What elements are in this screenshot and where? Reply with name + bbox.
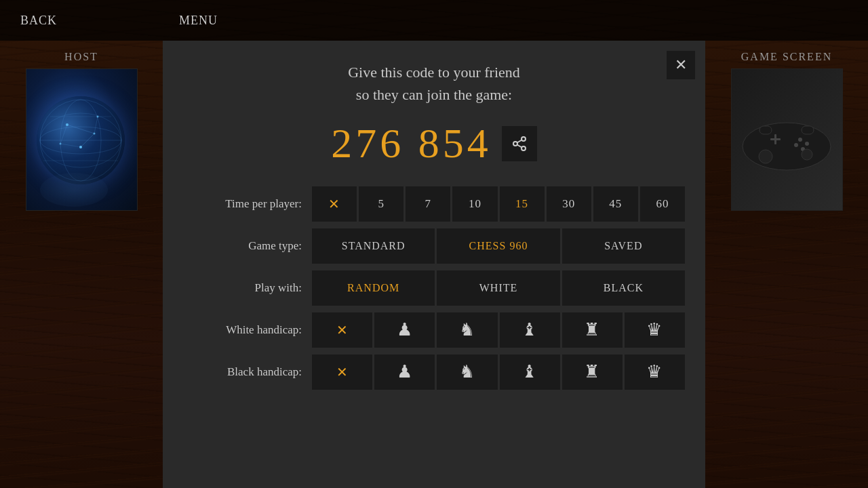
time-option-60[interactable]: 60 — [640, 186, 685, 222]
black-handicap-pawn[interactable]: ♟ — [374, 354, 435, 390]
white-handicap-queen[interactable]: ♛ — [625, 312, 685, 348]
time-per-player-row: Time per player: ✕ 5 7 10 15 30 45 60 — [183, 184, 685, 224]
right-panel: GAME SCREEN — [705, 41, 868, 488]
top-bar: BACK MENU — [0, 0, 868, 41]
game-code: 276 854 — [331, 119, 492, 167]
time-option-30[interactable]: 30 — [547, 186, 591, 222]
svg-rect-25 — [802, 126, 814, 134]
globe-graphic — [37, 96, 125, 184]
black-handicap-knight[interactable]: ♞ — [437, 354, 497, 390]
settings-table: Time per player: ✕ 5 7 10 15 30 45 60 Ga… — [183, 184, 685, 392]
white-handicap-pawn[interactable]: ♟ — [374, 312, 435, 348]
share-icon — [511, 136, 528, 152]
left-panel: HOST — [0, 41, 163, 488]
black-handicap-queen[interactable]: ♛ — [625, 354, 685, 390]
black-handicap-row: Black handicap: ✕ ♟ ♞ ♝ ♜ ♛ — [183, 352, 685, 392]
white-handicap-rook[interactable]: ♜ — [562, 312, 623, 348]
svg-line-32 — [517, 140, 521, 142]
host-panel-image — [26, 68, 138, 211]
time-label: Time per player: — [183, 197, 312, 211]
svg-line-16 — [94, 117, 98, 134]
time-option-45[interactable]: 45 — [593, 186, 638, 222]
modal-title: Give this code to your friend so they ca… — [348, 61, 520, 106]
play-with-random[interactable]: RANDOM — [312, 270, 435, 306]
svg-line-12 — [67, 125, 94, 134]
white-handicap-none[interactable]: ✕ — [312, 312, 372, 348]
svg-line-31 — [517, 144, 521, 147]
black-handicap-rook[interactable]: ♜ — [562, 354, 623, 390]
svg-point-20 — [798, 138, 802, 142]
game-code-modal: ✕ Give this code to your friend so they … — [163, 41, 705, 488]
share-button[interactable] — [502, 126, 537, 161]
time-option-15[interactable]: 15 — [500, 186, 545, 222]
black-handicap-bishop[interactable]: ♝ — [500, 354, 560, 390]
menu-button[interactable]: MENU — [179, 14, 218, 28]
white-handicap-knight[interactable]: ♞ — [437, 312, 497, 348]
svg-line-14 — [60, 144, 81, 147]
play-with-black[interactable]: BLACK — [562, 270, 685, 306]
svg-point-30 — [521, 146, 526, 150]
controller-graphic — [739, 106, 834, 174]
svg-point-17 — [743, 123, 831, 170]
svg-point-22 — [794, 143, 798, 147]
play-with-white[interactable]: WHITE — [437, 270, 559, 306]
right-panel-label: GAME SCREEN — [741, 41, 832, 68]
game-type-chess960[interactable]: CHESS 960 — [437, 228, 559, 264]
close-button[interactable]: ✕ — [667, 51, 695, 79]
game-type-saved[interactable]: SAVED — [562, 228, 685, 264]
game-type-row: Game type: STANDARD CHESS 960 SAVED — [183, 226, 685, 266]
svg-point-28 — [521, 137, 526, 141]
time-option-7[interactable]: 7 — [406, 186, 450, 222]
white-handicap-label: White handicap: — [183, 323, 312, 337]
game-type-standard[interactable]: STANDARD — [312, 228, 435, 264]
game-type-options-group: STANDARD CHESS 960 SAVED — [312, 228, 685, 264]
code-row: 276 854 — [331, 119, 537, 167]
time-option-10[interactable]: 10 — [452, 186, 497, 222]
white-handicap-bishop[interactable]: ♝ — [500, 312, 560, 348]
play-with-label: Play with: — [183, 281, 312, 295]
time-option-none[interactable]: ✕ — [312, 186, 357, 222]
black-handicap-none[interactable]: ✕ — [312, 354, 372, 390]
black-handicap-label: Black handicap: — [183, 365, 312, 379]
svg-point-27 — [802, 149, 812, 160]
white-handicap-row: White handicap: ✕ ♟ ♞ ♝ ♜ ♛ — [183, 310, 685, 350]
left-panel-label: HOST — [64, 41, 98, 68]
play-with-row: Play with: RANDOM WHITE BLACK — [183, 268, 685, 308]
game-type-label: Game type: — [183, 239, 312, 253]
svg-rect-24 — [760, 126, 772, 134]
back-button[interactable]: BACK — [20, 14, 57, 28]
svg-point-26 — [759, 150, 772, 163]
svg-point-29 — [513, 142, 517, 146]
svg-point-21 — [805, 142, 809, 146]
game-screen-panel-image — [731, 68, 843, 211]
svg-rect-19 — [770, 138, 781, 140]
time-options-group: ✕ 5 7 10 15 30 45 60 — [312, 186, 685, 222]
white-handicap-options-group: ✕ ♟ ♞ ♝ ♜ ♛ — [312, 312, 685, 348]
black-handicap-options-group: ✕ ♟ ♞ ♝ ♜ ♛ — [312, 354, 685, 390]
play-with-options-group: RANDOM WHITE BLACK — [312, 270, 685, 306]
time-option-5[interactable]: 5 — [359, 186, 403, 222]
